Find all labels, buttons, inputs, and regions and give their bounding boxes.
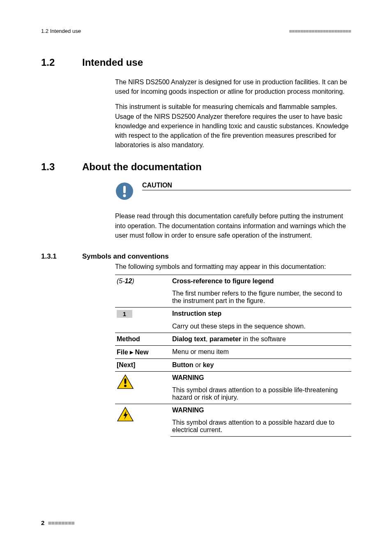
- subsection-1-3-1-heading: 1.3.1 Symbols and conventions: [41, 252, 351, 261]
- section-number: 1.2: [41, 57, 66, 68]
- conventions-table: (5-12) Cross-reference to figure legend …: [115, 275, 351, 437]
- table-cell-symbol: [115, 371, 171, 404]
- paragraph: The NIRS DS2500 Analyzer is designed for…: [115, 77, 351, 96]
- caution-text: Please read through this documentation c…: [115, 211, 351, 240]
- warning-exclamation-icon: [117, 374, 134, 390]
- warning-electrical-icon: [117, 407, 134, 422]
- page-number: 2: [41, 519, 44, 526]
- caution-block: CAUTION: [115, 182, 351, 202]
- header-decoration: ■■■■■■■■■■■■■■■■■■■■■■: [289, 28, 351, 34]
- section-title: About the documentation: [82, 161, 202, 173]
- table-cell-desc: Button or key: [171, 358, 351, 371]
- page-footer: 2 ■■■■■■■■: [41, 519, 74, 526]
- table-cell-symbol: [Next]: [115, 358, 171, 371]
- section-1-2-heading: 1.2 Intended use: [41, 57, 351, 68]
- footer-decoration: ■■■■■■■■: [48, 519, 74, 526]
- paragraph: This instrument is suitable for measurin…: [115, 102, 351, 150]
- table-cell-symbol: [115, 404, 171, 436]
- table-cell-desc: This symbol draws attention to a possibl…: [171, 416, 351, 437]
- svg-rect-3: [125, 378, 127, 384]
- subsection-title: Symbols and conventions: [82, 252, 169, 261]
- table-cell-symbol: File ▸ New: [115, 345, 171, 358]
- svg-point-2: [123, 194, 126, 197]
- table-cell-symbol: 1: [115, 307, 171, 320]
- table-cell-desc: WARNING: [171, 404, 351, 416]
- subsection-intro: The following symbols and formatting may…: [115, 263, 351, 271]
- running-header: 1.2 Intended use ■■■■■■■■■■■■■■■■■■■■■■: [41, 28, 351, 34]
- table-cell-symbol: Method: [115, 333, 171, 345]
- subsection-number: 1.3.1: [41, 252, 66, 261]
- table-cell-desc: Dialog text, parameter in the software: [171, 333, 351, 345]
- section-title: Intended use: [82, 57, 143, 68]
- section-number: 1.3: [41, 161, 66, 173]
- table-cell-desc: The first number refers to the figure nu…: [171, 287, 351, 308]
- section-1-2-body: The NIRS DS2500 Analyzer is designed for…: [115, 77, 351, 150]
- table-cell-desc: Carry out these steps in the sequence sh…: [171, 320, 351, 333]
- table-cell-symbol: (5-12): [115, 275, 171, 287]
- header-left: 1.2 Intended use: [41, 28, 81, 34]
- svg-rect-1: [123, 186, 126, 193]
- table-cell-desc: WARNING: [171, 371, 351, 384]
- table-cell-desc: Cross-reference to figure legend: [171, 275, 351, 287]
- table-cell-desc: Instruction step: [171, 307, 351, 320]
- table-cell-desc: This symbol draws attention to a possibl…: [171, 384, 351, 404]
- table-cell-desc: Menu or menu item: [171, 345, 351, 358]
- step-number-badge: 1: [117, 310, 132, 318]
- svg-point-4: [124, 385, 127, 387]
- caution-label: CAUTION: [142, 182, 351, 190]
- caution-icon: [115, 182, 134, 202]
- section-1-3-heading: 1.3 About the documentation: [41, 161, 351, 173]
